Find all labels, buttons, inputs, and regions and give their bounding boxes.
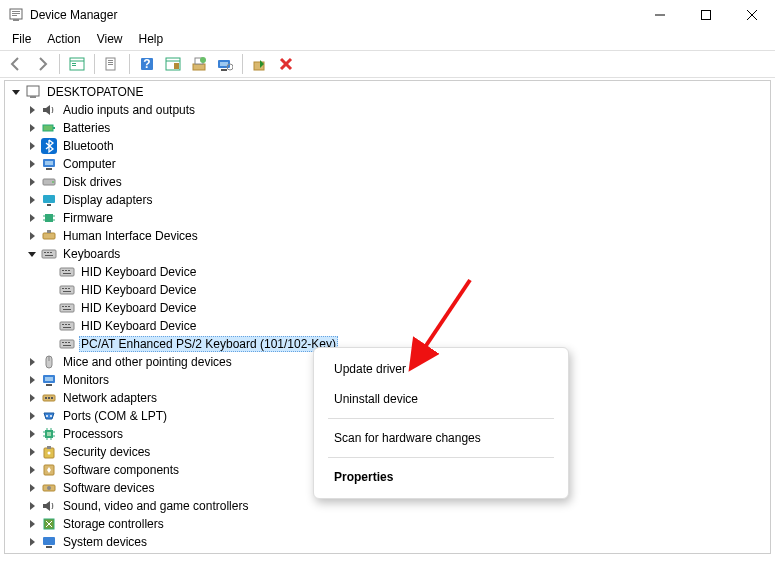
svg-point-107 (47, 486, 51, 490)
expand-icon[interactable] (25, 139, 39, 153)
expand-icon[interactable] (25, 193, 39, 207)
svg-rect-89 (51, 397, 53, 399)
svg-rect-12 (72, 65, 76, 66)
expand-icon[interactable] (25, 517, 39, 531)
svg-rect-70 (63, 309, 71, 310)
back-button[interactable] (4, 52, 28, 76)
speaker-icon (41, 102, 57, 118)
tree-category-label: Computer (61, 157, 118, 171)
context-menu-separator (328, 457, 554, 458)
tree-category[interactable]: Storage controllers (5, 515, 770, 533)
tree-device[interactable]: HID Keyboard Device (5, 317, 770, 335)
expand-icon[interactable] (25, 229, 39, 243)
svg-rect-56 (60, 268, 74, 276)
svg-rect-38 (45, 161, 53, 165)
expand-icon[interactable] (25, 211, 39, 225)
enable-device-button[interactable] (248, 52, 272, 76)
tree-category[interactable]: System devices (5, 533, 770, 551)
collapse-icon[interactable] (9, 85, 23, 99)
keyboard-icon (59, 264, 75, 280)
menu-view[interactable]: View (89, 30, 131, 50)
expand-icon[interactable] (25, 175, 39, 189)
tree-category[interactable]: Bluetooth (5, 137, 770, 155)
tree-category-keyboards[interactable]: Keyboards (5, 245, 770, 263)
svg-rect-33 (30, 96, 36, 98)
expand-icon[interactable] (25, 121, 39, 135)
tree-device[interactable]: HID Keyboard Device (5, 263, 770, 281)
svg-rect-88 (48, 397, 50, 399)
menu-action[interactable]: Action (39, 30, 88, 50)
ctx-properties[interactable]: Properties (318, 462, 564, 492)
tree-category-label: Keyboards (61, 247, 122, 261)
tree-category[interactable]: Disk drives (5, 173, 770, 191)
svg-rect-43 (47, 204, 51, 206)
device-tree[interactable]: DESKTOPATONE Audio inputs and outputsBat… (4, 80, 771, 554)
expand-icon[interactable] (25, 373, 39, 387)
expand-icon[interactable] (25, 391, 39, 405)
forward-button[interactable] (30, 52, 54, 76)
ctx-uninstall-device[interactable]: Uninstall device (318, 384, 564, 414)
tree-category[interactable]: Computer (5, 155, 770, 173)
tree-device[interactable]: HID Keyboard Device (5, 299, 770, 317)
tree-spacer (43, 319, 57, 333)
svg-rect-44 (45, 214, 53, 222)
help-button[interactable]: ? (135, 52, 159, 76)
uninstall-device-button[interactable] (274, 52, 298, 76)
svg-rect-59 (68, 270, 70, 271)
expand-icon[interactable] (25, 355, 39, 369)
ctx-update-driver[interactable]: Update driver (318, 354, 564, 384)
window-controls (637, 0, 775, 30)
svg-rect-6 (702, 11, 711, 20)
tree-category-label: Sound, video and game controllers (61, 499, 250, 513)
tree-category[interactable]: Audio inputs and outputs (5, 101, 770, 119)
expand-icon[interactable] (25, 157, 39, 171)
expand-icon[interactable] (25, 499, 39, 513)
svg-point-41 (52, 181, 54, 183)
maximize-button[interactable] (683, 0, 729, 30)
show-hide-console-tree-button[interactable] (65, 52, 89, 76)
expand-icon[interactable] (25, 427, 39, 441)
expand-icon[interactable] (25, 463, 39, 477)
svg-rect-71 (60, 322, 74, 330)
tree-category-label: Mice and other pointing devices (61, 355, 234, 369)
expand-icon[interactable] (25, 409, 39, 423)
scan-hardware-button[interactable] (213, 52, 237, 76)
svg-rect-78 (65, 342, 67, 343)
menu-help[interactable]: Help (131, 30, 172, 50)
tree-category-label: Storage controllers (61, 517, 166, 531)
menu-file[interactable]: File (4, 30, 39, 50)
tree-spacer (43, 301, 57, 315)
tree-category[interactable]: Sound, video and game controllers (5, 497, 770, 515)
svg-text:?: ? (143, 57, 150, 71)
ctx-scan-hardware[interactable]: Scan for hardware changes (318, 423, 564, 453)
tree-device-label: HID Keyboard Device (79, 265, 198, 279)
tree-category[interactable]: Human Interface Devices (5, 227, 770, 245)
properties-button[interactable] (100, 52, 124, 76)
minimize-button[interactable] (637, 0, 683, 30)
disk-icon (41, 174, 57, 190)
tree-category-label: Software devices (61, 481, 156, 495)
update-driver-button[interactable] (187, 52, 211, 76)
tree-category[interactable]: Firmware (5, 209, 770, 227)
close-button[interactable] (729, 0, 775, 30)
svg-rect-68 (65, 306, 67, 307)
expand-icon[interactable] (25, 481, 39, 495)
svg-rect-77 (62, 342, 64, 343)
storage-icon (41, 516, 57, 532)
expand-icon[interactable] (25, 445, 39, 459)
svg-rect-50 (47, 230, 51, 233)
display-icon (41, 192, 57, 208)
svg-rect-80 (63, 345, 71, 346)
tree-category[interactable]: Display adapters (5, 191, 770, 209)
collapse-icon[interactable] (25, 247, 39, 261)
svg-rect-75 (63, 327, 71, 328)
tree-device[interactable]: HID Keyboard Device (5, 281, 770, 299)
expand-icon[interactable] (25, 103, 39, 117)
action-menu-button[interactable] (161, 52, 185, 76)
tree-root[interactable]: DESKTOPATONE (5, 83, 770, 101)
expand-icon[interactable] (25, 535, 39, 549)
svg-rect-65 (63, 291, 71, 292)
svg-rect-27 (221, 69, 227, 71)
context-menu: Update driver Uninstall device Scan for … (313, 347, 569, 499)
tree-category[interactable]: Batteries (5, 119, 770, 137)
